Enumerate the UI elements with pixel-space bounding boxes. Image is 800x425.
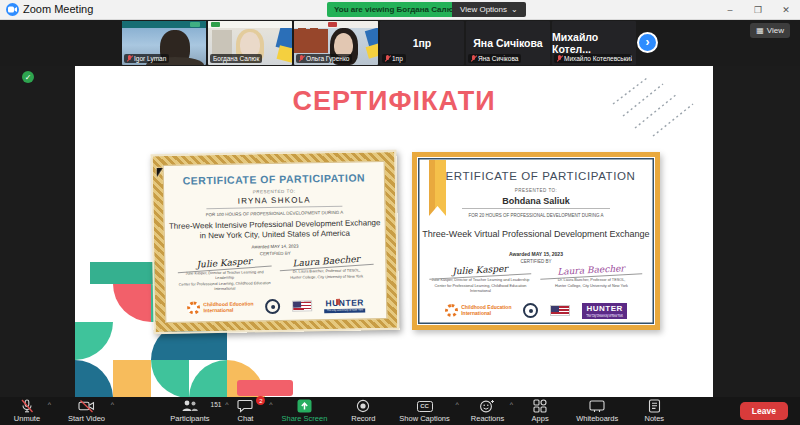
view-button-label: View — [767, 26, 784, 35]
signature-left: Julie Kasper Julie Kasper, Director of T… — [429, 265, 531, 294]
signer-org: Hunter College, City University of New Y… — [540, 284, 642, 289]
chevron-up-icon[interactable]: ^ — [225, 401, 228, 408]
toolbar-label: Participants — [170, 414, 209, 423]
share-screen-button[interactable]: Share Screen — [281, 399, 327, 423]
certificate-right-digital: CERTIFICATE OF PARTICIPATION PRESENTED T… — [412, 152, 660, 330]
awarded-date: Awarded MAY 15, 2023 — [417, 251, 655, 257]
notes-button[interactable]: Notes — [639, 399, 669, 423]
participants-button[interactable]: 151 ^ Participants — [170, 399, 209, 423]
video-tile-igor-lyman[interactable]: Igor Lyman — [122, 21, 206, 65]
chevron-up-icon[interactable]: ^ — [111, 401, 114, 408]
chat-button[interactable]: 2 ^ Chat — [230, 399, 260, 423]
ribbon-decoration — [429, 160, 446, 216]
toolbar-label: Share Screen — [281, 414, 327, 423]
reactions-icon — [479, 399, 495, 413]
meeting-toolbar: ^ Unmute ^ Start Video 151 ^ Participant… — [0, 397, 800, 425]
mosaic-shape — [75, 322, 113, 360]
participant-name-chip: Яна Сичікова — [468, 54, 521, 63]
toolbar-label: Record — [351, 414, 375, 423]
logos-row: Childhood Education International HUNTER… — [417, 303, 655, 320]
muted-mic-icon — [299, 55, 304, 62]
toolbar-label: Apps — [532, 414, 549, 423]
participant-name-chip: Михайло Котелевський — [554, 54, 632, 63]
zoom-app-icon — [6, 3, 19, 16]
participant-name: Яна Сичікова — [478, 55, 518, 62]
us-seal-icon — [523, 303, 538, 318]
window-title-bar: Zoom Meeting You are viewing Богдана Сал… — [0, 0, 800, 20]
minimize-button[interactable]: – — [724, 5, 736, 15]
participant-name-chip: Igor Lyman — [124, 54, 169, 63]
video-tile-mykhailo-kotelevskyi[interactable]: Михайло Котел... Михайло Котелевський — [552, 21, 636, 65]
signature-right: Laura Baecher Dr. Laura Baecher, Profess… — [279, 255, 373, 290]
muted-mic-icon — [385, 55, 390, 62]
toolbar-label: Show Captions — [399, 414, 449, 423]
chevron-right-icon: › — [646, 36, 650, 48]
toolbar-label: Unmute — [14, 414, 40, 423]
video-background — [122, 21, 206, 28]
start-video-button[interactable]: ^ Start Video — [68, 399, 105, 423]
leave-button[interactable]: Leave — [740, 402, 788, 420]
chevron-up-icon[interactable]: ^ — [269, 401, 272, 408]
view-options-button[interactable]: View Options ⌄ — [452, 2, 526, 17]
signature-right: Laura Baecher Dr. Laura Baecher, Profess… — [540, 265, 642, 294]
chat-icon — [237, 399, 253, 413]
show-captions-button[interactable]: CC ^ Show Captions — [399, 399, 449, 423]
hunter-wordmark: HUNTER — [324, 297, 364, 308]
grid-icon: ▦ — [756, 26, 764, 35]
chevron-up-icon[interactable]: ^ — [510, 401, 513, 408]
view-options-label: View Options — [460, 5, 507, 14]
participant-name: Ольга Гуренко — [306, 55, 349, 62]
window-controls: – ❐ ✕ — [724, 0, 792, 20]
chevron-up-icon[interactable]: ^ — [48, 401, 51, 408]
certificate-left-content: CERTIFICATE OF PARTICIPATION PRESENTED T… — [163, 161, 388, 323]
captions-icon: CC — [417, 399, 433, 413]
record-button[interactable]: Record — [348, 399, 378, 423]
hunter-subtitle: The City University of New York — [325, 308, 365, 313]
signatures-row: Julie Kasper Julie Kasper, Director of T… — [165, 255, 386, 293]
certificate-heading: CERTIFICATE OF PARTICIPATION — [417, 170, 655, 182]
teal-bar-decoration — [90, 262, 162, 284]
signature-left: Julie Kasper Julie Kasper, Director of T… — [177, 257, 271, 292]
video-tile-olha-hurenko[interactable]: Ольга Гуренко — [294, 21, 378, 65]
participant-name: Богдана Салюк — [213, 55, 259, 62]
cei-sun-icon — [445, 304, 458, 317]
participant-name-chip: Ольга Гуренко — [296, 54, 352, 63]
toolbar-center-group: 151 ^ Participants 2 ^ Chat Share Screen… — [140, 399, 669, 423]
video-tile-bohdana-saliuk[interactable]: Богдана Салюк — [208, 21, 292, 65]
mosaic-shape — [189, 360, 227, 397]
apps-button[interactable]: Apps — [525, 399, 555, 423]
toolbar-label: Start Video — [68, 414, 105, 423]
unmute-button[interactable]: ^ Unmute — [12, 399, 42, 423]
video-tile-yana-sychikova[interactable]: Яна Сичікова Яна Сичікова — [466, 21, 550, 65]
notes-icon — [648, 399, 661, 413]
dotted-lines-decoration — [611, 76, 699, 138]
participant-name: Igor Lyman — [134, 55, 166, 62]
mosaic-shape — [113, 360, 151, 397]
maximize-button[interactable]: ❐ — [752, 5, 764, 15]
mosaic-shape — [113, 284, 151, 322]
chevron-down-icon: ⌄ — [511, 5, 518, 14]
close-button[interactable]: ✕ — [780, 5, 792, 15]
verified-check-icon: ✓ — [22, 71, 34, 83]
chevron-up-icon[interactable]: ^ — [456, 401, 459, 408]
participants-video-strip: Igor Lyman Богдана Салюк Ольга Гуренко 1… — [0, 20, 800, 66]
record-icon — [356, 399, 370, 413]
view-layout-button[interactable]: ▦ View — [750, 23, 790, 38]
video-tile-1pr[interactable]: 1пр 1пр — [380, 21, 464, 65]
signer-org: Center for Professional Learning, Childh… — [429, 284, 531, 294]
mosaic-shape — [237, 380, 293, 396]
cei-logo: Childhood Education International — [445, 304, 511, 317]
video-background — [208, 21, 292, 28]
divider-line — [206, 206, 342, 209]
whiteboards-button[interactable]: Whiteboards — [576, 399, 618, 423]
mosaic-shape — [75, 360, 113, 397]
video-background — [294, 21, 378, 28]
reactions-button[interactable]: ^ Reactions — [471, 399, 504, 423]
cei-logo-text: Childhood Education International — [461, 305, 511, 317]
cei-logo: Childhood Education International — [187, 300, 253, 314]
share-screen-icon — [297, 399, 312, 413]
recipient-name: Bohdana Saliuk — [417, 196, 655, 206]
participant-name: 1пр — [392, 55, 403, 62]
more-participants-button[interactable]: › — [637, 32, 658, 53]
participant-name-chip: 1пр — [382, 54, 406, 63]
